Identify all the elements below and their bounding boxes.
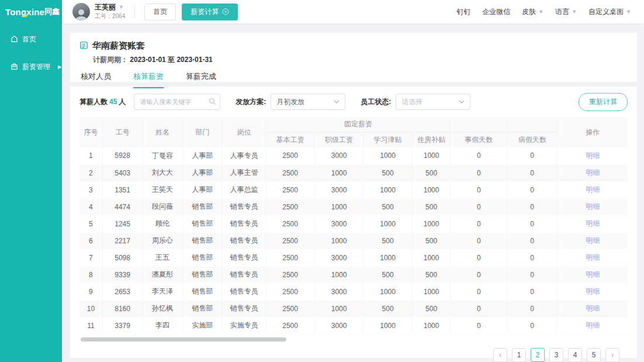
nav-chip-home[interactable]: 首页 (144, 4, 176, 20)
link-wecom[interactable]: 企业微信 (482, 7, 510, 17)
table-cell: 0 (451, 181, 507, 198)
tab-check-staff[interactable]: 核对人员 (81, 71, 111, 88)
detail-link[interactable]: 明细 (586, 253, 600, 261)
col-header-personal-leave: 事假天数 (451, 132, 507, 147)
table-cell: 2500 (266, 249, 314, 266)
status-select[interactable]: 请选择 (396, 94, 470, 110)
status-select-value: 请选择 (401, 97, 423, 107)
headcount-unit: 人 (119, 98, 126, 106)
page-title: 华南薪资账套 (92, 40, 145, 51)
detail-link[interactable]: 明细 (586, 287, 600, 295)
search-input[interactable] (134, 94, 220, 110)
table-cell: 销售专员 (223, 215, 266, 232)
detail-link[interactable]: 明细 (586, 321, 600, 329)
table-cell: 人事部 (182, 181, 222, 198)
table-cell: 3000 (314, 249, 363, 266)
link-language[interactable]: 语言▼ (555, 7, 577, 17)
tab-calc-salary[interactable]: 核算薪资 (133, 71, 164, 88)
nav-chip-payroll-calc[interactable]: 薪资计算 (182, 4, 238, 20)
plan-select[interactable]: 月初发放 (271, 94, 345, 110)
app: Tongxine同鑫 首页 薪资管理 ▶ 王芙丽 ▼ (0, 0, 644, 362)
col-header-grade-salary: 职级工资 (314, 132, 363, 147)
pagination: ‹12345› (79, 348, 628, 362)
col-header-sick-leave: 病假天数 (507, 132, 558, 147)
table-cell: 潘夏彤 (143, 266, 182, 283)
table-cell: 1 (79, 147, 102, 164)
detail-link[interactable]: 明细 (586, 202, 600, 211)
sidebar: Tongxine同鑫 首页 薪资管理 ▶ (0, 0, 62, 362)
col-header-action: 操作 (558, 117, 628, 147)
table-cell: 2 (79, 164, 102, 181)
table-cell: 1000 (412, 147, 451, 164)
detail-link[interactable]: 明细 (586, 304, 600, 312)
chevron-down-icon: ▼ (626, 9, 631, 15)
table-cell: 500 (412, 232, 451, 249)
sidebar-item-payroll-management[interactable]: 薪资管理 ▶ (0, 56, 62, 78)
table-cell: 1000 (412, 283, 451, 300)
table-cell: 0 (507, 232, 558, 249)
tab-calc-done[interactable]: 算薪完成 (186, 71, 216, 88)
col-header-spacer (451, 117, 507, 132)
salary-table: 序号 工号 姓名 部门 岗位 固定薪资 操作 基 (79, 117, 628, 335)
table-cell: 0 (507, 181, 558, 198)
table-cell: 500 (412, 300, 451, 317)
table-cell: 销售部 (182, 249, 222, 266)
horizontal-scrollbar-thumb[interactable] (81, 337, 286, 342)
table-cell: 8 (79, 266, 102, 283)
payroll-account-icon (79, 41, 88, 51)
detail-link[interactable]: 明细 (586, 219, 600, 227)
user-block[interactable]: 王芙丽 ▼ 工号：2064 (95, 3, 125, 20)
col-header-housing-allowance: 住房补贴 (412, 132, 451, 147)
table-cell-action: 明细 (558, 198, 628, 215)
table-cell: 0 (451, 300, 507, 317)
detail-link[interactable]: 明细 (586, 270, 600, 278)
detail-link[interactable]: 明细 (586, 236, 600, 244)
table-cell: 0 (507, 300, 558, 317)
table-cell: 0 (507, 164, 558, 181)
table-row: 44474段问薇销售部销售专员2500100050050000明细 (79, 198, 628, 215)
table-row: 89339潘夏彤销售部销售专员2500100050050000明细 (79, 266, 628, 283)
pagination-next-button[interactable]: › (605, 348, 619, 362)
table-cell: 1000 (363, 147, 412, 164)
sidebar-item-home[interactable]: 首页 (0, 28, 62, 51)
pagination-prev-button[interactable]: ‹ (493, 348, 507, 362)
pagination-page-2[interactable]: 2 (531, 348, 545, 362)
brand-logo-en: Tongxine (5, 7, 44, 17)
table-cell: 4 (79, 198, 102, 215)
link-custom-desktop[interactable]: 自定义桌面▼ (588, 7, 631, 17)
pagination-page-4[interactable]: 4 (568, 348, 582, 362)
detail-link[interactable]: 明细 (586, 168, 600, 177)
col-group-fixed-salary: 固定薪资 (266, 117, 451, 132)
pay-period: 计薪周期： 2023-01-01 至 2023-01-31 (79, 55, 628, 65)
table-cell: 李天泽 (143, 283, 182, 300)
table-cell: 销售部 (182, 300, 222, 317)
table-cell: 2653 (102, 283, 142, 300)
table-cell: 1000 (314, 198, 363, 215)
table-cell: 0 (507, 283, 558, 300)
table-cell: 1000 (412, 215, 451, 232)
pagination-page-3[interactable]: 3 (549, 348, 563, 362)
content: 华南薪资账套 计薪周期： 2023-01-01 至 2023-01-31 核对人… (62, 23, 644, 362)
pagination-page-1[interactable]: 1 (512, 348, 526, 362)
table-cell-action: 明细 (558, 215, 628, 232)
link-skin[interactable]: 皮肤▼ (522, 7, 543, 17)
avatar[interactable] (72, 3, 90, 20)
close-icon[interactable] (222, 8, 229, 15)
sidebar-item-label: 薪资管理 (22, 62, 50, 72)
link-dingtalk[interactable]: 钉钉 (456, 7, 470, 17)
chevron-right-icon: ▶ (58, 65, 61, 70)
table-cell-action: 明细 (558, 300, 628, 317)
detail-link[interactable]: 明细 (586, 151, 600, 160)
table-cell: 销售专员 (223, 232, 266, 249)
chevron-down-icon: ▼ (119, 5, 124, 10)
brand-logo: Tongxine同鑫 (0, 0, 62, 23)
table-cell: 3000 (314, 215, 363, 232)
table-cell: 1000 (314, 232, 363, 249)
recalculate-button[interactable]: 重新计算 (579, 93, 628, 111)
detail-link[interactable]: 明细 (586, 185, 600, 194)
table-cell: 0 (451, 198, 507, 215)
table-cell: 11 (79, 317, 102, 334)
table-cell: 1245 (102, 215, 142, 232)
table-cell: 销售专员 (223, 249, 266, 266)
pagination-page-5[interactable]: 5 (587, 348, 601, 362)
